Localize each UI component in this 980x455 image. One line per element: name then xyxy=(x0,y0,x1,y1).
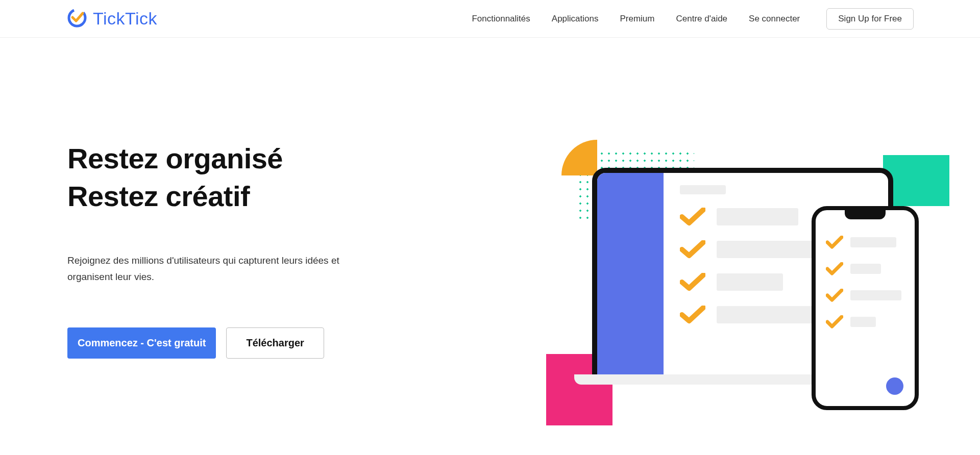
task-row xyxy=(826,262,904,275)
check-icon xyxy=(826,289,843,302)
task-row xyxy=(826,315,904,328)
check-icon xyxy=(826,315,843,328)
hero-illustration xyxy=(541,140,949,425)
task-row xyxy=(826,289,904,302)
phone-mockup xyxy=(812,206,919,410)
signup-button[interactable]: Sign Up for Free xyxy=(826,8,914,30)
list-title-placeholder xyxy=(680,185,726,194)
fab-add-button-icon xyxy=(886,377,903,395)
main-nav: Fonctionnalités Applications Premium Cen… xyxy=(472,8,914,30)
logo-text: TickTick xyxy=(93,9,157,29)
task-bar-placeholder xyxy=(850,237,896,247)
task-bar-placeholder xyxy=(717,241,814,258)
check-icon xyxy=(826,236,843,249)
check-icon xyxy=(680,273,705,291)
logo-icon xyxy=(66,7,88,31)
laptop-sidebar xyxy=(597,173,664,374)
hero-ctas: Commencez - C'est gratuit Télécharger xyxy=(67,327,384,359)
task-bar-placeholder xyxy=(717,306,819,323)
hero-subtitle: Rejoignez des millions d'utilisateurs qu… xyxy=(67,252,379,286)
cta-start-free-button[interactable]: Commencez - C'est gratuit xyxy=(67,327,216,359)
task-bar-placeholder xyxy=(717,273,783,291)
header: TickTick Fonctionnalités Applications Pr… xyxy=(0,0,980,38)
quarter-circle-icon xyxy=(561,140,597,175)
check-icon xyxy=(680,240,705,259)
nav-features[interactable]: Fonctionnalités xyxy=(472,14,530,24)
hero-title-line2: Restez créatif xyxy=(67,180,250,212)
logo[interactable]: TickTick xyxy=(66,7,157,31)
hero-title: Restez organisé Restez créatif xyxy=(67,140,384,216)
phone-task-list xyxy=(816,210,915,328)
task-bar-placeholder xyxy=(850,317,876,327)
check-icon xyxy=(680,306,705,324)
task-bar-placeholder xyxy=(717,208,798,225)
check-icon xyxy=(826,262,843,275)
hero-copy: Restez organisé Restez créatif Rejoignez… xyxy=(67,140,384,455)
phone-notch-icon xyxy=(845,210,886,219)
nav-apps[interactable]: Applications xyxy=(552,14,599,24)
nav-help[interactable]: Centre d'aide xyxy=(676,14,727,24)
nav-premium[interactable]: Premium xyxy=(620,14,654,24)
task-bar-placeholder xyxy=(850,290,901,300)
hero-title-line1: Restez organisé xyxy=(67,142,283,174)
task-bar-placeholder xyxy=(850,264,881,274)
check-icon xyxy=(680,208,705,226)
task-row xyxy=(826,236,904,249)
cta-download-button[interactable]: Télécharger xyxy=(226,327,324,359)
hero-section: Restez organisé Restez créatif Rejoignez… xyxy=(0,38,980,455)
nav-signin[interactable]: Se connecter xyxy=(749,14,800,24)
